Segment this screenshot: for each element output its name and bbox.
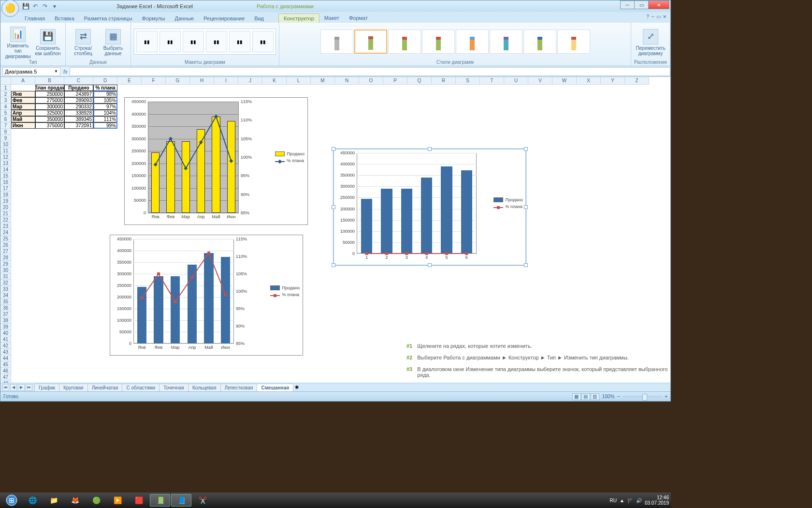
cell[interactable]: 290332 [64, 104, 93, 110]
row-header[interactable]: 40 [0, 330, 11, 336]
column-header[interactable]: Z [625, 77, 649, 85]
style-item[interactable] [354, 30, 387, 54]
row-header[interactable]: 27 [0, 248, 11, 254]
row-header[interactable]: 46 [0, 368, 11, 374]
row-header[interactable]: 36 [0, 305, 11, 311]
row-header[interactable]: 37 [0, 311, 11, 317]
row-header[interactable]: 1 [0, 85, 11, 91]
spreadsheet-grid[interactable]: ABCDEFGHIJKLMNOPQRSTUVWXYZ 1234567891011… [0, 77, 670, 383]
sheet-tab[interactable]: Смешанная [257, 384, 293, 391]
row-header[interactable]: 13 [0, 160, 11, 166]
row-header[interactable]: 23 [0, 223, 11, 229]
select-data-button[interactable]: ▦Выбрать данные [99, 27, 128, 56]
help-icon[interactable]: ? [646, 14, 649, 19]
last-sheet-icon[interactable]: ⏭ [26, 384, 32, 391]
taskbar-explorer-icon[interactable]: 📁 [44, 494, 64, 507]
column-header[interactable]: E [117, 77, 142, 85]
context-tab[interactable]: Конструктор [278, 14, 319, 23]
row-header[interactable]: 35 [0, 299, 11, 305]
name-box[interactable]: Диаграмма 5▼ [2, 67, 60, 76]
select-all-corner[interactable] [0, 77, 11, 85]
row-header[interactable]: 15 [0, 173, 11, 179]
mdi-minimize-icon[interactable]: ─ [651, 14, 654, 19]
cell[interactable]: 111% [93, 116, 117, 122]
column-header[interactable]: H [190, 77, 214, 85]
row-header[interactable]: 31 [0, 273, 11, 280]
ribbon-tab[interactable]: Вставка [50, 14, 79, 23]
column-header[interactable]: R [432, 77, 456, 85]
ribbon-tab[interactable]: Данные [170, 14, 199, 23]
row-header[interactable]: 2 [0, 91, 11, 97]
style-item[interactable] [557, 30, 590, 54]
row-header[interactable]: 28 [0, 254, 11, 261]
row-header[interactable]: 9 [0, 135, 11, 141]
cell[interactable]: План продаж [35, 85, 64, 91]
cell[interactable]: Фев [11, 97, 35, 104]
tray-date[interactable]: 03.07.2019 [645, 500, 669, 506]
column-header[interactable]: J [238, 77, 262, 85]
minimize-button[interactable]: ─ [620, 0, 635, 9]
redo-icon[interactable]: ↷ [41, 2, 49, 10]
row-header[interactable]: 41 [0, 336, 11, 343]
cell[interactable]: 98% [93, 91, 117, 97]
row-header[interactable]: 32 [0, 280, 11, 286]
row-header[interactable]: 16 [0, 179, 11, 185]
cell[interactable]: 97% [93, 104, 117, 110]
cell[interactable]: Апр [11, 110, 35, 116]
cell[interactable]: Июн [11, 122, 35, 129]
ribbon-tab[interactable]: Главная [20, 14, 50, 23]
save-template-button[interactable]: 💾Сохранить как шаблон [33, 27, 62, 56]
cell[interactable]: 350000 [35, 116, 64, 122]
cell[interactable]: 338928 [64, 110, 93, 116]
cell[interactable]: 99% [93, 122, 117, 129]
column-header[interactable]: N [335, 77, 359, 85]
row-header[interactable]: 24 [0, 229, 11, 236]
cell[interactable]: Продано [64, 85, 93, 91]
tray-lang[interactable]: RU [610, 498, 617, 503]
ribbon-tab[interactable]: Разметка страницы [79, 14, 137, 23]
sheet-tab[interactable]: График [34, 384, 59, 391]
cell[interactable]: 243897 [64, 91, 93, 97]
maximize-button[interactable]: ▭ [634, 0, 649, 9]
chart-selected[interactable]: 0500001000001500002000002500003000003500… [333, 149, 526, 266]
qat-more-icon[interactable]: ▾ [51, 2, 58, 10]
taskbar-media-icon[interactable]: ▶️ [107, 494, 128, 507]
row-header[interactable]: 44 [0, 355, 11, 361]
formula-input[interactable] [70, 67, 670, 76]
row-header[interactable]: 17 [0, 185, 11, 192]
normal-view-icon[interactable]: ▦ [572, 393, 581, 400]
row-header[interactable]: 8 [0, 129, 11, 135]
style-item[interactable] [320, 30, 353, 54]
row-header[interactable]: 26 [0, 242, 11, 248]
row-header[interactable]: 48 [0, 380, 11, 383]
new-sheet-icon[interactable]: ✱ [295, 385, 299, 390]
row-header[interactable]: 12 [0, 154, 11, 160]
ribbon-tab[interactable]: Формулы [137, 14, 170, 23]
chart-layouts-gallery[interactable]: ▮▮ ▮▮ ▮▮ ▮▮ ▮▮ ▮▮ [134, 29, 276, 55]
row-header[interactable]: 19 [0, 198, 11, 204]
column-header[interactable]: C [64, 77, 93, 85]
zoom-out-icon[interactable]: − [617, 394, 620, 399]
row-header[interactable]: 30 [0, 267, 11, 273]
column-header[interactable]: Q [407, 77, 432, 85]
page-break-view-icon[interactable]: ▥ [591, 393, 599, 400]
row-header[interactable]: 20 [0, 204, 11, 210]
column-header[interactable]: P [383, 77, 407, 85]
taskbar-app-icon[interactable]: 🟥 [129, 494, 149, 507]
column-header[interactable]: W [552, 77, 577, 85]
chart-combo-yellow[interactable]: 0500001000001500002000002500003000003500… [124, 97, 308, 225]
style-item[interactable] [388, 30, 421, 54]
cell[interactable]: 372091 [64, 122, 93, 129]
ribbon-tab[interactable]: Рецензирование [199, 14, 249, 23]
column-header[interactable]: M [311, 77, 335, 85]
row-header[interactable]: 11 [0, 148, 11, 154]
layout-item[interactable]: ▮▮ [160, 31, 181, 52]
taskbar-excel-icon[interactable]: 📗 [150, 494, 170, 507]
row-header[interactable]: 47 [0, 374, 11, 380]
sheet-tab[interactable]: С областями [122, 384, 160, 391]
undo-icon[interactable]: ↶ [31, 2, 39, 10]
dropdown-icon[interactable]: ▼ [54, 69, 58, 74]
cell[interactable]: Янв [11, 91, 35, 97]
cell[interactable]: 389345 [64, 116, 93, 122]
zoom-level[interactable]: 100% [602, 394, 615, 399]
